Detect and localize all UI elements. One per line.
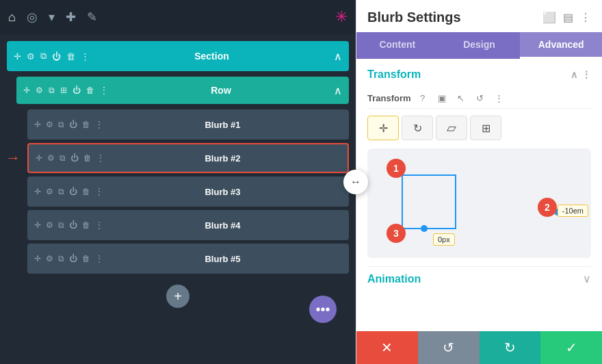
section-power-icon[interactable]: ⏻: [52, 51, 61, 62]
animation-chevron-icon[interactable]: ∨: [583, 272, 591, 285]
row-chevron-icon[interactable]: ∧: [334, 84, 342, 97]
blurb-item-5[interactable]: ✛⚙⧉⏻🗑⋮ Blurb #5: [27, 244, 349, 274]
transform-buttons: ✛ ↻ ▱ ⊞: [367, 116, 591, 140]
b3-more-icon[interactable]: ⋮: [95, 187, 103, 196]
toggle-panel-button[interactable]: ↔: [343, 170, 368, 194]
home-icon[interactable]: ⌂: [8, 10, 16, 25]
b3-power-icon[interactable]: ⏻: [69, 187, 77, 196]
edit-icon[interactable]: ✎: [87, 10, 97, 25]
b3-settings-icon[interactable]: ⚙: [46, 187, 53, 196]
expand-icon[interactable]: ⬜: [542, 11, 556, 24]
b4-move-icon[interactable]: ✛: [34, 220, 41, 230]
b2-move-icon[interactable]: ✛: [36, 153, 42, 163]
transform-cursor-icon[interactable]: ↖: [454, 90, 469, 105]
b2-settings-icon[interactable]: ⚙: [47, 153, 55, 163]
transform-move-button[interactable]: ✛: [367, 116, 399, 140]
section-chevron-icon[interactable]: ∧: [334, 50, 342, 63]
columns-icon[interactable]: ▤: [563, 11, 573, 24]
row-columns-icon[interactable]: ⊞: [60, 86, 67, 95]
b3-move-icon[interactable]: ✛: [34, 187, 41, 196]
b1-move-icon[interactable]: ✛: [34, 120, 41, 129]
cancel-button[interactable]: ✕: [356, 331, 418, 364]
b4-power-icon[interactable]: ⏻: [69, 220, 77, 230]
b1-trash-icon[interactable]: 🗑: [82, 120, 90, 129]
add-module-button[interactable]: +: [166, 285, 189, 308]
animation-section: Animation ∨: [367, 266, 591, 291]
transform-help-icon[interactable]: ?: [415, 90, 430, 105]
transform-section-title: Transform ∧ ⋮: [367, 68, 591, 81]
feedback-icon[interactable]: ▾: [49, 10, 55, 25]
blurb-5-label: Blurb #5: [103, 254, 342, 264]
b5-settings-icon[interactable]: ⚙: [46, 254, 53, 263]
tab-advanced[interactable]: Advanced: [520, 32, 602, 59]
transform-collapse-icon[interactable]: ∧: [571, 69, 577, 80]
row-trash-icon[interactable]: 🗑: [86, 86, 94, 95]
b2-more-icon[interactable]: ⋮: [96, 153, 105, 163]
section-label: Section: [90, 51, 334, 62]
row-settings-icon[interactable]: ⚙: [36, 86, 43, 95]
b4-more-icon[interactable]: ⋮: [95, 220, 103, 230]
b5-more-icon[interactable]: ⋮: [95, 254, 103, 263]
transform-square: [402, 174, 456, 229]
b2-power-icon[interactable]: ⏻: [70, 153, 79, 163]
value-tag-right: -10em: [558, 205, 588, 217]
asterisk-icon[interactable]: ✳: [335, 8, 348, 26]
transform-undo-icon[interactable]: ↺: [473, 90, 488, 105]
transform-toolbar-more-icon[interactable]: ⋮: [492, 90, 507, 105]
transform-rotate-button[interactable]: ↻: [402, 116, 433, 140]
transform-mobile-icon[interactable]: ▣: [434, 90, 449, 105]
b3-copy-icon[interactable]: ⧉: [58, 187, 64, 196]
row-copy-icon[interactable]: ⧉: [49, 86, 55, 95]
section-bar-icons: ✛ ⚙ ⧉ ⏻ 🗑 ⋮: [14, 51, 90, 62]
blurb-2-label: Blurb #2: [105, 153, 341, 164]
row-power-icon[interactable]: ⏻: [73, 86, 81, 95]
b5-copy-icon[interactable]: ⧉: [58, 254, 64, 263]
b5-power-icon[interactable]: ⏻: [69, 254, 77, 263]
b2-trash-icon[interactable]: 🗑: [83, 153, 92, 163]
b1-power-icon[interactable]: ⏻: [69, 120, 77, 129]
row-move-icon[interactable]: ✛: [23, 86, 30, 95]
transform-options-icon[interactable]: ⋮: [581, 69, 591, 80]
blurb-1-label: Blurb #1: [103, 120, 342, 130]
badge-1: 1: [387, 159, 406, 178]
b4-settings-icon[interactable]: ⚙: [46, 220, 53, 230]
row-bar-icons: ✛ ⚙ ⧉ ⊞ ⏻ 🗑 ⋮: [23, 86, 108, 95]
b4-trash-icon[interactable]: 🗑: [82, 220, 90, 230]
b4-copy-icon[interactable]: ⧉: [58, 220, 64, 230]
b2-copy-icon[interactable]: ⧉: [60, 153, 66, 163]
blurb-item-3[interactable]: ✛⚙⧉⏻🗑⋮ Blurb #3: [27, 177, 349, 207]
undo-button[interactable]: ↺: [418, 331, 480, 364]
section-move-icon[interactable]: ✛: [14, 51, 21, 62]
section-more-icon[interactable]: ⋮: [81, 51, 90, 62]
blurb-item-1[interactable]: ✛⚙⧉⏻🗑⋮ Blurb #1: [27, 109, 349, 140]
section-settings-icon[interactable]: ⚙: [27, 51, 35, 62]
section-trash-icon[interactable]: 🗑: [66, 51, 75, 62]
b3-trash-icon[interactable]: 🗑: [82, 187, 90, 196]
panel-more-icon[interactable]: ⋮: [580, 11, 591, 24]
palette-icon[interactable]: ◎: [27, 10, 38, 25]
bottom-bar: ✕ ↺ ↻ ✓: [356, 331, 602, 364]
confirm-button[interactable]: ✓: [540, 331, 602, 364]
row-more-icon[interactable]: ⋮: [100, 86, 108, 95]
b5-move-icon[interactable]: ✛: [34, 254, 41, 263]
b1-more-icon[interactable]: ⋮: [95, 120, 103, 129]
drag-point-bottom[interactable]: [421, 225, 428, 232]
tab-content[interactable]: Content: [356, 32, 439, 59]
b1-copy-icon[interactable]: ⧉: [58, 120, 64, 129]
add-icon[interactable]: ✚: [66, 10, 76, 25]
transform-scale-button[interactable]: ⊞: [470, 116, 501, 140]
top-toolbar: ⌂ ◎ ▾ ✚ ✎ ✳: [0, 0, 356, 34]
redo-button[interactable]: ↻: [480, 331, 541, 364]
tab-design[interactable]: Design: [439, 32, 521, 59]
badge-2: 2: [538, 198, 557, 217]
blurb-item-2[interactable]: → ✛⚙⧉⏻🗑⋮ Blurb #2: [27, 143, 349, 173]
more-options-button[interactable]: •••: [309, 296, 337, 323]
blurb-4-label: Blurb #4: [103, 220, 342, 231]
transform-skew-button[interactable]: ▱: [436, 116, 467, 140]
blurb-item-4[interactable]: ✛⚙⧉⏻🗑⋮ Blurb #4: [27, 210, 349, 240]
b1-settings-icon[interactable]: ⚙: [46, 120, 53, 129]
section-copy-icon[interactable]: ⧉: [40, 51, 47, 62]
b5-trash-icon[interactable]: 🗑: [82, 254, 90, 263]
bottom-add-area: +: [0, 276, 356, 316]
panel-header-icons: ⬜ ▤ ⋮: [542, 11, 591, 24]
